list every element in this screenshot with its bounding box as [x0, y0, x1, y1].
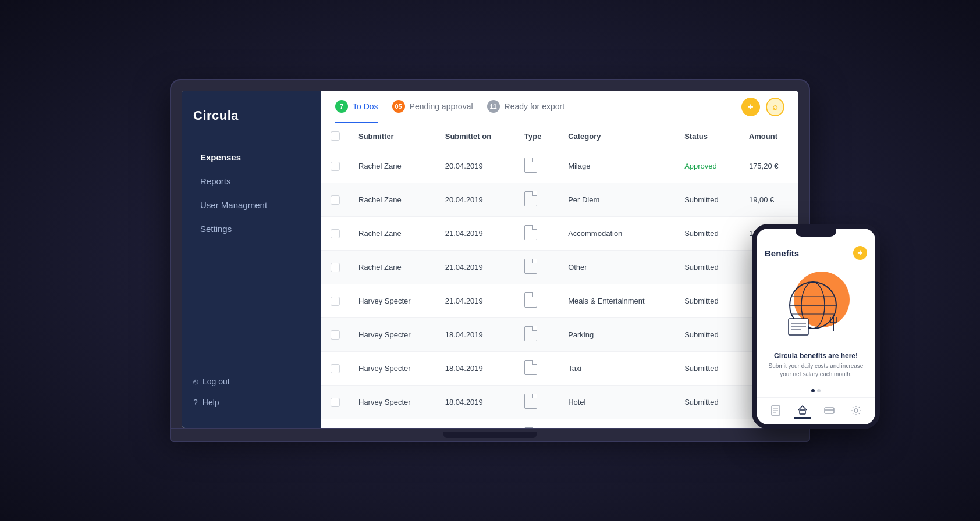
- category-cell: Milage: [559, 149, 675, 183]
- table-row: Rachel Zane21.04.2019AccommodationSubmit…: [321, 217, 798, 251]
- table-body: Rachel Zane20.04.2019MilageApproved175,2…: [321, 149, 798, 429]
- table-header: Submitter Submittet on Type Category Sta…: [321, 123, 798, 149]
- row-checkbox-cell: [321, 284, 349, 318]
- type-cell: [515, 419, 559, 429]
- document-icon: [524, 427, 537, 428]
- row-checkbox[interactable]: [331, 263, 340, 272]
- type-cell: [515, 183, 559, 217]
- row-checkbox-cell: [321, 318, 349, 352]
- tab-label: Ready for export: [505, 102, 565, 111]
- search-button[interactable]: ⌕: [766, 98, 784, 116]
- tab-bar: 7To Dos05Pending approval11Ready for exp…: [321, 91, 798, 123]
- help-button[interactable]: ? Help: [193, 394, 310, 411]
- phone-text-section: Circula benefits are here! Submit your d…: [757, 346, 875, 384]
- phone-header: Benefits +: [757, 241, 875, 265]
- table-row: Rachel Zane20.04.2019Per DiemSubmitted19…: [321, 183, 798, 217]
- submitter-cell: Rachel Zane: [349, 251, 436, 284]
- status-cell: Submitted: [675, 183, 740, 217]
- phone-subtext: Submit your daily costs and increase you…: [765, 362, 867, 379]
- category-header: Category: [559, 123, 675, 149]
- type-cell: [515, 284, 559, 318]
- date-cell: 21.04.2019: [436, 217, 515, 251]
- phone-title: Benefits: [765, 248, 799, 258]
- add-button[interactable]: +: [741, 98, 760, 116]
- category-cell: Taxi: [559, 352, 675, 386]
- phone-nav-home[interactable]: [794, 402, 811, 419]
- tabs: 7To Dos05Pending approval11Ready for exp…: [335, 91, 725, 123]
- category-cell: Accommodation: [559, 217, 675, 251]
- table-row: Rachel Zane20.04.2019MilageApproved175,2…: [321, 149, 798, 183]
- select-all-checkbox[interactable]: [331, 131, 340, 141]
- sidebar-item-settings[interactable]: Settings: [193, 218, 310, 240]
- sidebar-item-expenses[interactable]: Expenses: [193, 147, 310, 168]
- tab-pending-approval[interactable]: 05Pending approval: [392, 91, 473, 123]
- row-checkbox[interactable]: [331, 330, 340, 340]
- phone-illustration: [757, 265, 875, 346]
- app-logo: Circula: [193, 108, 310, 123]
- category-cell: Hotel: [559, 386, 675, 419]
- type-cell: [515, 318, 559, 352]
- status-cell: Submitted: [675, 217, 740, 251]
- table-row: Harvey Specter21.04.2019Meals & Entertai…: [321, 284, 798, 318]
- sidebar-item-user-managment[interactable]: User Managment: [193, 194, 310, 216]
- phone-bottom-nav: [757, 397, 875, 424]
- table-row: Harvey Specter18.04.2019TaxiSubmitted: [321, 352, 798, 386]
- date-cell: 20.04.2019: [436, 149, 515, 183]
- tab-ready-for-export[interactable]: 11Ready for export: [487, 91, 565, 123]
- submitter-header: Submitter: [349, 123, 436, 149]
- row-checkbox[interactable]: [331, 195, 340, 205]
- row-checkbox[interactable]: [331, 398, 340, 407]
- category-cell: Per Diem: [559, 183, 675, 217]
- type-cell: [515, 217, 559, 251]
- date-cell: 18.04.2019: [436, 419, 515, 429]
- submitter-cell: Harvey Specter: [349, 386, 436, 419]
- submittedon-header: Submittet on: [436, 123, 515, 149]
- row-checkbox[interactable]: [331, 297, 340, 306]
- sidebar-item-reports[interactable]: Reports: [193, 170, 310, 192]
- tab-label: Pending approval: [410, 102, 473, 111]
- phone-screen: Benefits +: [757, 237, 875, 424]
- logout-button[interactable]: ⎋ Log out: [193, 373, 310, 390]
- document-icon: [524, 225, 537, 240]
- date-cell: 18.04.2019: [436, 386, 515, 419]
- tab-badge: 05: [392, 100, 405, 113]
- document-icon: [524, 191, 537, 206]
- dot-1: [811, 389, 815, 392]
- submitter-cell: Harvey Specter: [349, 284, 436, 318]
- svg-point-21: [854, 409, 858, 412]
- category-cell: Meals & Entertainment: [559, 284, 675, 318]
- phone-nav-settings[interactable]: [848, 402, 864, 419]
- submitter-cell: Rachel Zane: [349, 217, 436, 251]
- tab-badge: 7: [335, 100, 348, 113]
- phone-nav-card[interactable]: [821, 402, 837, 419]
- phone-frame: Benefits +: [752, 224, 880, 429]
- row-checkbox-cell: [321, 386, 349, 419]
- phone-headline: Circula benefits are here!: [765, 352, 867, 360]
- phone-add-button[interactable]: +: [853, 246, 867, 260]
- category-cell: Parking: [559, 318, 675, 352]
- svg-rect-18: [800, 410, 805, 414]
- row-checkbox[interactable]: [331, 364, 340, 373]
- date-cell: 21.04.2019: [436, 251, 515, 284]
- tab-actions: + ⌕: [741, 98, 784, 116]
- submitter-cell: Harvey Specter: [349, 352, 436, 386]
- tab-to-dos[interactable]: 7To Dos: [335, 91, 378, 123]
- document-icon: [524, 158, 537, 173]
- phone-overlay: Benefits +: [752, 224, 880, 429]
- row-checkbox[interactable]: [331, 229, 340, 238]
- status-cell: Submitted: [675, 386, 740, 419]
- svg-rect-19: [825, 408, 834, 413]
- nav-menu: ExpensesReportsUser ManagmentSettings: [193, 147, 310, 242]
- phone-nav-receipt[interactable]: [768, 402, 784, 419]
- table-row: Harvey Specter18.04.2019HotelSubmitted: [321, 386, 798, 419]
- row-checkbox[interactable]: [331, 162, 340, 171]
- date-cell: 18.04.2019: [436, 318, 515, 352]
- document-icon: [524, 394, 537, 409]
- table-row: Harvey Specter18.04.2019ParkingSubmitted: [321, 318, 798, 352]
- phone-dots: [757, 389, 875, 392]
- row-checkbox-cell: [321, 251, 349, 284]
- benefits-illustration: [778, 267, 854, 343]
- sidebar: Circula ExpensesReportsUser ManagmentSet…: [182, 91, 321, 428]
- type-header: Type: [515, 123, 559, 149]
- status-header: Status: [675, 123, 740, 149]
